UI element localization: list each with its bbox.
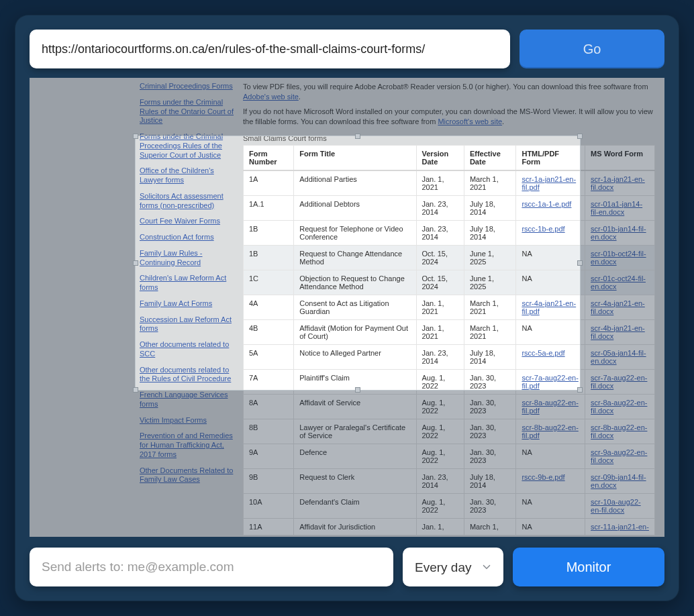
page-content[interactable]: Criminal Proceedings FormsForms under th… xyxy=(30,78,664,537)
cell-pdf: rscc-1a-1-e.pdf xyxy=(516,195,585,220)
monitor-button[interactable]: Monitor xyxy=(513,548,664,586)
cell-effective-date: Jan. 30, 2023 xyxy=(464,419,516,444)
word-link[interactable]: scr-01a1-jan14-fil-en.docx xyxy=(591,200,642,216)
sidebar-link[interactable]: Family Law Rules - Continuing Record xyxy=(140,249,234,268)
word-link[interactable]: scr-01c-oct24-fil-en.docx xyxy=(591,274,646,291)
table-caption: Small Claims Court forms xyxy=(243,134,655,142)
word-link[interactable]: scr-05a-jan14-fil-en.docx xyxy=(591,349,646,365)
column-header: HTML/PDF Form xyxy=(516,145,585,170)
sidebar-link[interactable]: Other documents related to SCC xyxy=(140,340,234,359)
cell-effective-date: Jan. 30, 2023 xyxy=(464,493,516,518)
cell-effective-date: June 1, 2025 xyxy=(464,245,516,270)
table-row: 1AAdditional PartiesJan. 1, 2021March 1,… xyxy=(244,170,655,196)
sidebar-link[interactable]: Solicitors Act assessment forms (non-pre… xyxy=(140,192,234,211)
alert-email-input[interactable] xyxy=(30,548,393,586)
cell-word: scr-1a-jan21-en-fil.docx xyxy=(585,170,655,196)
cell-pdf: scr-8a-aug22-en-fil.pdf xyxy=(516,394,585,419)
cell-form-title: Affidavit of Service xyxy=(294,394,416,419)
sidebar-link[interactable]: Other Documents Related to Family Law Ca… xyxy=(140,466,234,485)
word-link[interactable]: scr-9a-aug22-en-fil.docx xyxy=(591,448,647,464)
table-row: 8AAffidavit of ServiceAug. 1, 2022Jan. 3… xyxy=(244,394,655,419)
cell-form-title: Notice to Alleged Partner xyxy=(294,344,416,369)
pdf-link[interactable]: rscc-5a-e.pdf xyxy=(522,349,564,357)
cell-form-number: 7A xyxy=(244,369,294,394)
pdf-link[interactable]: rscc-1a-1-e.pdf xyxy=(522,200,571,208)
go-button[interactable]: Go xyxy=(519,30,664,68)
sidebar-link[interactable]: Victim Impact Forms xyxy=(140,416,234,425)
column-header: Form Number xyxy=(244,145,294,170)
pdf-link[interactable]: scr-1a-jan21-en-fil.pdf xyxy=(522,175,576,191)
cell-pdf: NA xyxy=(516,245,585,270)
table-row: 9ADefenceAug. 1, 2022Jan. 30, 2023NAscr-… xyxy=(244,444,655,468)
column-header: Version Date xyxy=(416,145,464,170)
cell-version-date: Aug. 1, 2022 xyxy=(416,419,464,444)
cell-effective-date: March 1, 2021 xyxy=(464,295,516,319)
table-row: 4BAffidavit (Motion for Payment Out of C… xyxy=(244,319,655,344)
cell-pdf: scr-7a-aug22-en-fil.pdf xyxy=(516,369,585,394)
cell-word: scr-8a-aug22-en-fil.docx xyxy=(585,394,655,419)
sidebar-link[interactable]: Prevention of and Remedies for Human Tra… xyxy=(140,431,234,459)
cell-form-title: Plaintiff's Claim xyxy=(294,369,416,394)
pdf-link[interactable]: scr-8b-aug22-en-fil.pdf xyxy=(522,423,578,440)
word-link[interactable]: scr-01b-jan14-fil-en.docx xyxy=(591,225,646,241)
sidebar-link[interactable]: Criminal Proceedings Forms xyxy=(140,82,234,91)
pdf-link[interactable]: rscc-1b-e.pdf xyxy=(522,225,564,233)
topbar: Go xyxy=(15,15,679,78)
column-header: Form Title xyxy=(294,145,416,170)
table-row: 11AAffidavit for JurisdictionJan. 1,Marc… xyxy=(244,518,655,535)
sidebar-link[interactable]: Family Law Act Forms xyxy=(140,299,234,309)
sidebar-link[interactable]: Court Fee Waiver Forms xyxy=(140,217,234,226)
table-row: 9BRequest to ClerkJan. 23, 2014July 18, … xyxy=(244,468,655,493)
pdf-link[interactable]: scr-7a-aug22-en-fil.pdf xyxy=(522,374,578,390)
main-panel: Go Criminal Proceedings FormsForms under… xyxy=(15,15,679,601)
word-link[interactable]: scr-4a-jan21-en-fil.docx xyxy=(591,299,645,315)
cell-version-date: Aug. 1, 2022 xyxy=(416,493,464,518)
microsoft-link[interactable]: Microsoft's web site xyxy=(438,117,502,125)
page-viewport: Criminal Proceedings FormsForms under th… xyxy=(30,78,664,537)
cell-pdf: rscc-9b-e.pdf xyxy=(516,468,585,493)
word-link[interactable]: scr-4b-jan21-en-fil.docx xyxy=(591,324,645,340)
word-link[interactable]: scr-1a-jan21-en-fil.docx xyxy=(591,175,645,191)
sidebar-link[interactable]: Other documents related to the Rules of … xyxy=(140,366,234,384)
word-link[interactable]: scr-8a-aug22-en-fil.docx xyxy=(591,399,647,415)
word-link[interactable]: scr-7a-aug22-en-fil.docx xyxy=(591,374,647,390)
cell-pdf: scr-1a-jan21-en-fil.pdf xyxy=(516,170,585,196)
sidebar-link[interactable]: French Language Services forms xyxy=(140,391,234,409)
cell-effective-date: Jan. 30, 2023 xyxy=(464,394,516,419)
cell-version-date: Jan. 23, 2014 xyxy=(416,220,464,245)
word-link[interactable]: scr-09b-jan14-fil-en.docx xyxy=(591,473,646,489)
pdf-link[interactable]: scr-8a-aug22-en-fil.pdf xyxy=(522,399,578,415)
cell-effective-date: Jan. 30, 2023 xyxy=(464,444,516,468)
pdf-link[interactable]: rscc-9b-e.pdf xyxy=(522,473,564,481)
cell-form-number: 1B xyxy=(244,220,294,245)
column-header: MS Word Form xyxy=(585,145,655,170)
url-input[interactable] xyxy=(30,30,510,68)
word-link[interactable]: scr-10a-aug22-en-fil.docx xyxy=(591,498,641,514)
table-row: 1BRequest to Change Attendance MethodOct… xyxy=(244,245,655,270)
sidebar-link[interactable]: Construction Act forms xyxy=(140,233,234,242)
word-link[interactable]: scr-11a-jan21-en- xyxy=(591,523,649,531)
table-row: 1BRequest for Telephone or Video Confere… xyxy=(244,220,655,245)
cell-version-date: Jan. 1, 2021 xyxy=(416,319,464,344)
cell-version-date: Jan. 23, 2014 xyxy=(416,344,464,369)
word-link[interactable]: scr-8b-aug22-en-fil.docx xyxy=(591,423,647,440)
sidebar-link[interactable]: Children's Law Reform Act forms xyxy=(140,274,234,293)
sidebar-link[interactable]: Succession Law Reform Act forms xyxy=(140,315,234,334)
cell-form-number: 5A xyxy=(244,344,294,369)
cell-form-title: Affidavit for Jurisdiction xyxy=(294,518,416,535)
pdf-link[interactable]: scr-4a-jan21-en-fil.pdf xyxy=(522,299,576,315)
frequency-select[interactable]: Every day xyxy=(403,548,503,586)
cell-form-number: 4B xyxy=(244,319,294,344)
sidebar-link[interactable]: Forms under the Criminal Proceedings Rul… xyxy=(140,132,234,160)
cell-word: scr-4b-jan21-en-fil.docx xyxy=(585,319,655,344)
sidebar-link[interactable]: Office of the Children's Lawyer forms xyxy=(140,166,234,185)
cell-word: scr-8b-aug22-en-fil.docx xyxy=(585,419,655,444)
word-link[interactable]: scr-01b-oct24-fil-en.docx xyxy=(591,250,646,266)
cell-pdf: NA xyxy=(516,319,585,344)
adobe-link[interactable]: Adobe's web site xyxy=(243,93,299,101)
sidebar-link[interactable]: Forms under the Criminal Rules of the On… xyxy=(140,98,234,125)
sidebar-nav: Criminal Proceedings FormsForms under th… xyxy=(137,78,240,537)
cell-form-number: 8B xyxy=(244,419,294,444)
bottombar: Every day Monitor xyxy=(15,537,679,601)
table-row: 1A.1Additional DebtorsJan. 23, 2014July … xyxy=(244,195,655,220)
